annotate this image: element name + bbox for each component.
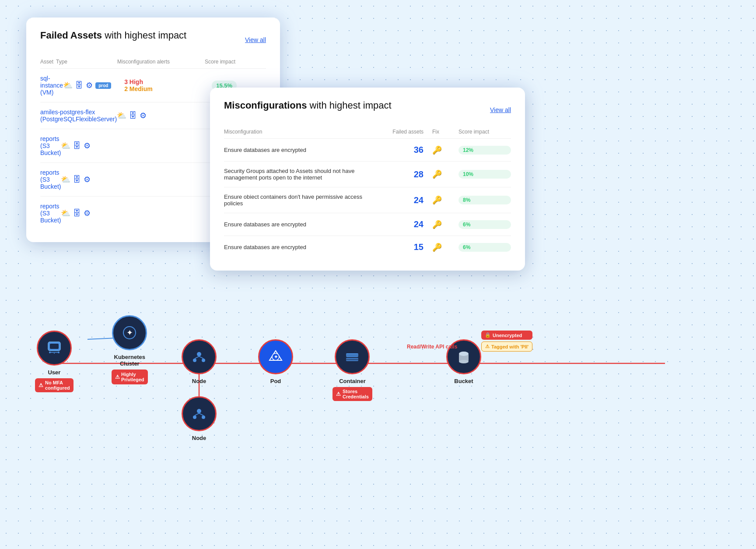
svg-line-14 [195, 356, 199, 359]
fix-icon: 🔑 [432, 169, 458, 179]
misconfig-description: Ensure databases are encrypted [224, 221, 380, 228]
highly-privileged-badge: ⚠ HighlyPrivileged [112, 370, 148, 384]
node-kubernetes: ✦ KubernetesCluster ⚠ HighlyPrivileged [112, 315, 148, 384]
container-circle [335, 339, 370, 374]
user-label: User [48, 369, 60, 376]
failed-count: 15 [380, 242, 432, 252]
fix-icon: 🔑 [432, 243, 458, 252]
svg-point-17 [193, 415, 196, 419]
failed-count: 28 [380, 169, 432, 179]
failed-count: 36 [380, 145, 432, 155]
gear-icon: ⚙ [84, 141, 91, 151]
no-mfa-badge: ⚠ No MFAconfigured [35, 378, 74, 392]
asset-name[interactable]: sql-instance (VM) [40, 75, 63, 96]
misconfig-description: Ensure databases are encrypted [224, 147, 380, 153]
node-pod: ✦ Pod [258, 339, 293, 384]
col-score-impact: Score impact [458, 129, 511, 135]
db-icon: 🗄 [129, 111, 137, 120]
failed-assets-table-header: Asset Type Misconfiguration alerts Score… [40, 55, 266, 69]
db-icon: 🗄 [73, 209, 81, 218]
svg-point-30 [459, 360, 469, 363]
type-icons: ⛅ 🗄 ⚙ [117, 111, 178, 120]
db-icon: 🗄 [73, 175, 81, 184]
svg-text:✦: ✦ [126, 328, 133, 337]
warning-icon: ⚠ [336, 391, 341, 397]
svg-line-19 [195, 413, 199, 415]
warning-icon: ⚠ [38, 382, 43, 388]
cloud-icon: ⛅ [61, 208, 70, 218]
failed-assets-view-all[interactable]: View all [245, 36, 266, 43]
pod-label: Pod [270, 378, 281, 384]
asset-name[interactable]: amiles-postgres-flex(PostgreSQLFlexibleS… [40, 109, 117, 123]
misconfig-table-header: Misconfiguration Failed assets Fix Score… [224, 125, 511, 139]
node-user: User ⚠ No MFAconfigured [35, 331, 74, 392]
node1-label: Node [192, 378, 206, 384]
unencrypted-tag: 🔒 Unencrypted [481, 331, 532, 340]
stores-credentials-text: StoresCredentials [343, 389, 369, 399]
node1-circle [182, 339, 217, 374]
bucket-tags: 🔒 Unencrypted ⚠ Tagged with 'PII' [481, 331, 532, 352]
lock-icon: 🔒 [485, 332, 491, 338]
score-impact: 10% [458, 170, 511, 179]
misconfig-row: Security Groups attached to Assets shoul… [224, 162, 511, 187]
highly-privileged-text: HighlyPrivileged [121, 372, 144, 382]
misconfig-row: Ensure databases are encrypted 36 🔑 12% [224, 139, 511, 162]
bucket-label: Bucket [454, 378, 473, 384]
failed-assets-title: Failed Assets with highest impact [40, 30, 186, 41]
score-impact: 12% [458, 146, 511, 155]
prod-badge: prod [95, 82, 111, 89]
node-node2: Node [182, 396, 217, 441]
alert-info: 3 High 2 Medium [124, 78, 212, 92]
misconfig-title: Misconfigurations with highest impact [224, 100, 392, 111]
col-fix: Fix [432, 129, 458, 135]
asset-name[interactable]: reports (S3 Bucket) [40, 135, 61, 156]
fix-icon: 🔑 [432, 220, 458, 229]
score-impact: 6% [458, 220, 511, 229]
failed-count: 24 [380, 219, 432, 229]
unencrypted-text: Unencrypted [493, 333, 522, 338]
svg-point-13 [202, 359, 205, 362]
type-icons: ⛅ 🗄 ⚙ [61, 141, 122, 151]
svg-point-11 [197, 352, 201, 356]
gear-icon: ⚙ [84, 175, 91, 184]
misconfig-row: Ensure databases are encrypted 15 🔑 6% [224, 236, 511, 258]
warning-icon: ⚠ [115, 374, 120, 380]
user-circle [37, 331, 72, 366]
svg-point-6 [54, 353, 55, 354]
node-node1: Node [182, 339, 217, 384]
col-asset: Asset [40, 59, 56, 65]
asset-name[interactable]: reports (S3 Bucket) [40, 203, 61, 224]
type-icons: ⛅ 🗄 ⚙ prod [63, 81, 124, 90]
score-impact: 8% [458, 196, 511, 204]
gear-icon: ⚙ [84, 208, 91, 218]
kubernetes-label: KubernetesCluster [114, 354, 146, 367]
misconfig-row: Ensure databases are encrypted 24 🔑 6% [224, 213, 511, 236]
misconfig-description: Security Groups attached to Assets shoul… [224, 168, 380, 181]
svg-line-20 [199, 413, 203, 415]
svg-point-16 [197, 409, 201, 413]
col-score: Score impact [205, 59, 266, 65]
svg-point-12 [193, 359, 196, 362]
type-icons: ⛅ 🗄 ⚙ [61, 175, 122, 184]
kubernetes-circle: ✦ [112, 315, 147, 350]
asset-name[interactable]: reports (S3 Bucket) [40, 169, 61, 190]
col-type: Type [56, 59, 117, 65]
svg-point-29 [459, 352, 469, 356]
gear-icon: ⚙ [86, 81, 93, 90]
col-alerts: Misconfiguration alerts [117, 59, 205, 65]
score-impact: 6% [458, 243, 511, 252]
gear-icon: ⚙ [140, 111, 147, 120]
type-icons: ⛅ 🗄 ⚙ [61, 208, 122, 218]
fix-icon: 🔑 [432, 145, 458, 155]
stores-credentials-badge: ⚠ StoresCredentials [332, 387, 372, 401]
cloud-icon: ⛅ [61, 141, 70, 151]
container-label: Container [339, 378, 366, 384]
misconfig-view-all[interactable]: View all [490, 106, 511, 113]
svg-rect-4 [50, 344, 59, 349]
svg-text:✦: ✦ [274, 354, 278, 359]
node-container: Container ⚠ StoresCredentials [332, 339, 372, 401]
fix-icon: 🔑 [432, 195, 458, 205]
failed-count: 24 [380, 195, 432, 205]
cloud-icon: ⛅ [61, 175, 70, 184]
db-icon: 🗄 [73, 141, 81, 151]
